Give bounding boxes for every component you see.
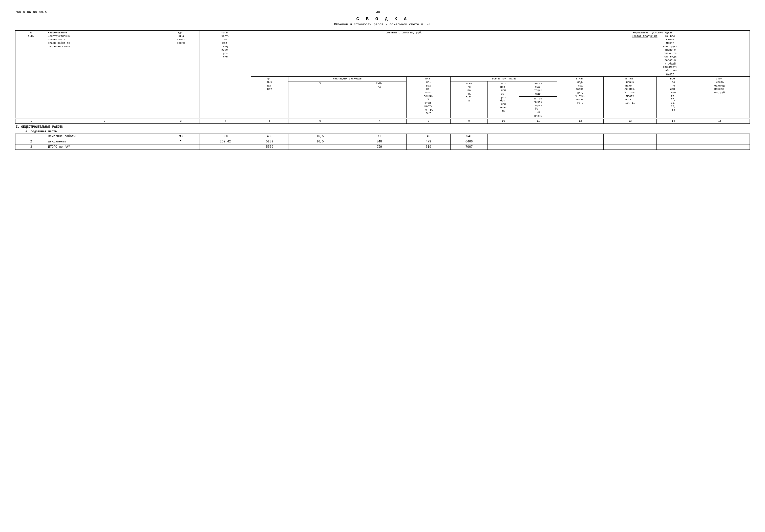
cell-direct: 430 <box>251 134 288 139</box>
col-num-7: 7 <box>352 119 406 124</box>
header-row-1: №п.п. Наименованиеконструктивныхэлементо… <box>15 31 750 77</box>
col-num-15: I5 <box>690 119 750 124</box>
cell-vsego <box>657 139 690 145</box>
col-header-overhead-sum: СУМ-МА <box>352 81 406 118</box>
cell-vsego <box>657 145 690 150</box>
col-num-2: 2 <box>47 119 162 124</box>
col-num-14: I4 <box>657 119 690 124</box>
cell-naklad <box>557 145 604 150</box>
title-block: С В О Д К А Объемов и стоимости работ к … <box>15 16 750 26</box>
cell-udel <box>690 145 750 150</box>
col-header-vsego2: все-гоподан-нымгр.IO,II,I2,I3 <box>657 77 690 119</box>
table-row: 3 ИТОГО по "А" 5569 9I9 5I9 7007 <box>15 145 750 150</box>
main-table: №п.п. Наименованиеконструктивныхэлементо… <box>15 30 750 150</box>
col-header-name: Наименованиеконструктивныхэлементов ивид… <box>47 31 162 119</box>
col-header-overhead: накладных расходов <box>288 77 406 82</box>
cell-overhead-pct <box>288 145 352 150</box>
col-header-qty: Коли-чест-воеди-ницизме-ре-ния <box>200 31 251 119</box>
cell-direct: 5I39 <box>251 139 288 145</box>
cell-name: фундаменты <box>47 139 162 145</box>
cell-udel <box>690 139 750 145</box>
cell-eksp <box>519 134 557 139</box>
col-num-8: 8 <box>406 119 450 124</box>
cell-overhead-pct: I6,5 <box>288 134 352 139</box>
col-header-vsego-tom: все-В ТОМ ЧИСЛЕ <box>450 77 557 82</box>
col-num-3: 3 <box>162 119 200 124</box>
cell-planned-nakopl <box>604 139 657 145</box>
section-label: I. ОБЩЕСТРОИТЕЛЬНЫЕ РАБОТЫ <box>15 124 750 130</box>
col-header-num: №п.п. <box>15 31 47 119</box>
doc-header: 709-9-96.88 ал.5 - 39 - <box>15 10 750 14</box>
col-num-12: I2 <box>557 119 604 124</box>
col-header-overhead-pct: % <box>288 81 352 118</box>
col-header-unit: Еди-ницаизме-рения <box>162 31 200 119</box>
cell-udel <box>690 134 750 139</box>
cell-name: Земляные работы <box>47 134 162 139</box>
cell-naklad <box>557 139 604 145</box>
col-header-direct: пря-мыхзат-рат <box>251 77 288 119</box>
col-num-13: I3 <box>604 119 657 124</box>
subsection-label: А. ПОДЗЕМНАЯ ЧАСТЬ <box>15 129 750 134</box>
cell-num: I <box>15 134 47 139</box>
cell-planned-nakopl <box>604 134 657 139</box>
section-general: I. ОБЩЕСТРОИТЕЛЬНЫЕ РАБОТЫ <box>15 124 750 130</box>
cell-qty <box>200 145 251 150</box>
cell-num: 2 <box>15 139 47 145</box>
table-row: 2 фундаменты " IO9,42 5I39 I6,5 848 479 … <box>15 139 750 145</box>
col-num-9: 9 <box>450 119 488 124</box>
subsection-underground: А. ПОДЗЕМНАЯ ЧАСТЬ <box>15 129 750 134</box>
cell-overhead-sum: 848 <box>352 139 406 145</box>
cell-naklad <box>557 134 604 139</box>
cell-unit: м3 <box>162 134 200 139</box>
cell-planned: 5I9 <box>406 145 450 150</box>
cell-num: 3 <box>15 145 47 150</box>
col-num-5: 5 <box>251 119 288 124</box>
cell-unit: " <box>162 139 200 145</box>
cell-unit <box>162 145 200 150</box>
cell-overhead-sum: 7I <box>352 134 406 139</box>
col-num-6: 6 <box>288 119 352 124</box>
cell-total: 54I <box>450 134 488 139</box>
cell-total: 6466 <box>450 139 488 145</box>
header-number-row: I 2 3 4 5 6 7 8 9 IO II I2 I3 I4 I5 <box>15 119 750 124</box>
title-main: С В О Д К А <box>15 16 750 22</box>
cell-qty: 380 <box>200 134 251 139</box>
col-num-11: II <box>519 119 557 124</box>
cell-eksp <box>519 139 557 145</box>
col-num-10: IO <box>488 119 519 124</box>
col-header-total-basic: ос-нов-нойза-ра-бот-нойпла-ты <box>488 81 519 118</box>
cell-planned-nakopl <box>604 145 657 150</box>
col-header-eksp-zp: в томчислезара-бот-нойплаты <box>519 96 557 119</box>
cell-qty: IO9,42 <box>200 139 251 145</box>
col-header-normativnaya: Нормативная условно-Удель-чистая продукц… <box>557 31 750 77</box>
col-header-eksp-label: эксп-луа-тациимашн <box>519 81 557 96</box>
cell-overhead-pct: I6,5 <box>288 139 352 145</box>
col-header-udel: стои-мостьединицыизмере-ния,руб. <box>690 77 750 119</box>
cell-planned: 479 <box>406 139 450 145</box>
page-number: - 39 - <box>47 10 709 14</box>
doc-id: 709-9-96.88 ал.5 <box>15 10 47 14</box>
col-num-4: 4 <box>200 119 251 124</box>
cell-total-basic <box>488 134 519 139</box>
col-header-planned: пла-но-выхна-коп-лений,%стои-мостипо гр.… <box>406 77 450 119</box>
col-num-1: I <box>15 119 47 124</box>
cell-eksp <box>519 145 557 150</box>
cell-planned: 40 <box>406 134 450 139</box>
table-container: №п.п. Наименованиеконструктивныхэлементо… <box>15 30 750 150</box>
cell-name: ИТОГО по "А" <box>47 145 162 150</box>
cell-total: 7007 <box>450 145 488 150</box>
col-header-naklad: в нак-лад-ныхрасхо-дах,% сум-мы погр.7 <box>557 77 604 119</box>
table-row: I Земляные работы м3 380 430 I6,5 7I 40 … <box>15 134 750 139</box>
title-sub: Объемов и стоимости работ к локальной см… <box>15 23 750 26</box>
cell-direct: 5569 <box>251 145 288 150</box>
cell-total-basic <box>488 145 519 150</box>
col-header-total: все-гопогр.5,7,8 <box>450 81 488 118</box>
col-header-planned-nakopl: в пла-новыхнакоп-лениях,% стои-мостипо г… <box>604 77 657 119</box>
cell-overhead-sum: 9I9 <box>352 145 406 150</box>
cell-vsego <box>657 134 690 139</box>
col-header-smetnaya: Сметная стоимость, руб. <box>251 31 557 77</box>
cell-total-basic <box>488 139 519 145</box>
